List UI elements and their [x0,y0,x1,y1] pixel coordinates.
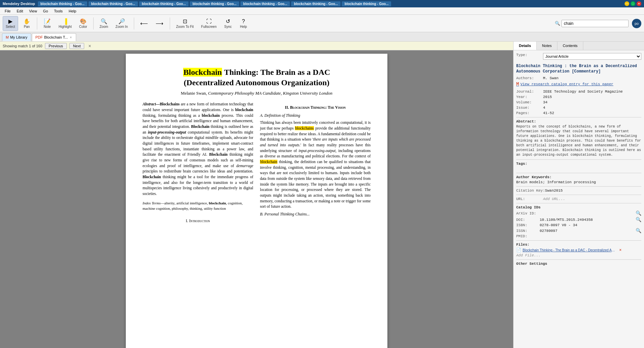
citation-key-label: Citation Key: [516,189,545,193]
zoom-label: Zoom [100,25,108,29]
menu-help[interactable]: Help [66,8,79,14]
zoom-to-fit-label: Zoom To Fit [176,25,194,29]
catalog-icon: M [516,82,519,87]
pan-label: Pan [24,25,30,29]
highlight-label: Highlight [59,25,72,29]
fullscreen-tool[interactable]: ⛶ Fullscreen [199,16,219,31]
type-label: Type: [516,53,543,57]
title-tab-7[interactable]: blockchain thinking - Goo... [342,1,391,6]
blockchain-kw-index: blockchain [209,201,226,205]
volume-label: Volume: [516,100,543,104]
ipo-italic-2: input-processing-output [299,149,335,153]
tab-notes[interactable]: Notes [537,42,557,50]
menu-go[interactable]: Go [40,8,51,14]
help-icon: ? [242,18,245,24]
type-select[interactable]: Journal Article [543,53,641,60]
zoom-in-tool[interactable]: 🔎 Zoom In [113,16,130,31]
file-entry[interactable]: 📄 Blockchain Thinking - The Brain as a D… [516,248,641,253]
paper-title: Blockchain Thinking : the Brain as a Dec… [516,64,641,74]
title-tab-5[interactable]: blockchain thinking - Goo... [240,1,290,6]
right-column: II. Blockchain Thinking: The Vision A. D… [260,101,371,224]
user-avatar[interactable]: po [632,19,641,28]
color-label: Color [79,25,87,29]
doc-tab-close[interactable]: × [69,35,72,40]
app-title: Mendeley Desktop [3,2,35,6]
title-tab-6[interactable]: blockchain thinking - Goo... [291,1,340,6]
title-tab-3[interactable]: blockchain thinking - Goo... [139,1,189,6]
file-close-icon[interactable]: × [619,248,622,253]
issn-row: ISSN: 02780097 🔍 [516,228,641,234]
minimize-button[interactable]: — [625,1,629,6]
zoom-to-fit-tool[interactable]: ⊡ Zoom To Fit [173,16,197,31]
panel-content: Type: Journal Article Blockchain Thinkin… [514,50,644,348]
subsec-b-heading: B. Personal Thinking Chains... [260,211,371,217]
left-column: Abstract—Blockchains are a new form of i… [143,101,253,224]
url-add[interactable]: Add URL... [543,197,565,201]
author-keywords-title: Author Keywords: [516,175,641,179]
title-tab-4[interactable]: blockchain thinking - Goo... [190,1,239,6]
blockchain-highlight-3: blockchain [260,160,277,164]
tags-empty [516,167,641,171]
highlight-tool[interactable]: ▐ Highlight [56,16,74,31]
menu-tools[interactable]: Tools [51,8,65,14]
pdf-scroll-area[interactable]: Blockchain Thinking: The Brain as a DAC … [0,50,513,348]
separator-4 [170,17,170,30]
sync-tool[interactable]: ↺ Sync [221,16,235,31]
toolbar: ▶ Select ✋ Pan 📝 Note ▐ Highlight 🎨 Colo… [0,15,644,32]
blockchain-kw-2: blockchain [235,108,253,112]
file-add[interactable]: Add File... [516,253,641,257]
tab-my-library[interactable]: M My Library [2,33,31,41]
menu-view[interactable]: View [26,8,40,14]
abstract-body-2: thinking, formulating thinking as a [143,113,202,117]
next-match-button[interactable]: Next [69,43,85,49]
author-affiliation: Contemporary Philosophy MA Candidate, Ki… [208,91,332,96]
close-button[interactable]: × [637,1,641,6]
search-container: 🔍 po [555,19,641,28]
prev-match-button[interactable]: Previous [45,43,67,49]
pages-label: Pages: [516,111,543,115]
catalog-link[interactable]: M View research catalog entry for this p… [516,82,641,87]
pdf-author: Melanie Swan, Contemporary Philosophy MA… [143,91,371,96]
journal-label: Journal: [516,90,543,94]
close-match-bar[interactable]: × [88,43,91,49]
color-tool[interactable]: 🎨 Color [76,16,90,31]
menu-bar: File Edit View Go Tools Help [0,7,644,15]
title-rest: Thinking: The Brain as a DAC [224,68,330,77]
menu-edit[interactable]: Edit [14,8,26,14]
zoom-out-tool[interactable]: 🔍 Zoom [97,16,111,31]
index-label: Index Terms [143,201,161,205]
abstract-text: Abstract—Blockchains are a new form of i… [143,101,253,196]
select-tool[interactable]: ▶ Select [3,16,18,31]
search-input[interactable] [561,20,629,27]
issn-value: 02780097 [540,229,557,233]
right-panel: Details Notes Contents Type: Journal Art… [513,42,644,348]
sync-icon: ↺ [226,18,230,24]
file-name: Blockchain Thinking - The Brain as a DAC… [523,248,616,252]
menu-file[interactable]: File [2,8,13,14]
tab-document[interactable]: PDF Blockchain T... × [32,33,76,41]
tab-details[interactable]: Details [514,42,537,50]
doi-magnify-icon[interactable]: 🔍 [636,217,641,222]
subsec-b-label: B. Personal Thinking Chains... [260,212,310,216]
type-row: Type: Journal Article [516,53,641,62]
maximize-button[interactable]: □ [631,1,635,6]
issn-magnify-icon[interactable]: 🔍 [636,228,641,234]
window-controls: — □ × [625,1,641,6]
title-bar: Mendeley Desktop blockchain thinking - G… [0,0,644,7]
pan-tool[interactable]: ✋ Pan [20,16,34,31]
sync-label: Sync [224,25,232,29]
doi-value: 10.1109/MTS.2015.2494358 [540,218,593,222]
tab-contents[interactable]: Contents [557,42,583,50]
next-page-tool[interactable]: ⟶ [153,16,166,31]
library-icon: M [6,35,9,39]
note-tool[interactable]: 📝 Note [41,16,54,31]
select-label: Select [6,25,15,29]
title-tab-1[interactable]: blockchain thinking - Goo... [38,1,87,6]
abstract-body-7: principles to redistribute brain currenc… [143,169,253,173]
help-tool[interactable]: ? Help [237,16,250,31]
arxiv-magnify-icon[interactable]: 🔍 [636,210,641,216]
zoom-in-icon: 🔎 [118,18,125,24]
prev-page-tool[interactable]: ⟵ [138,16,151,31]
issue-value: 4 [543,106,641,110]
title-tab-2[interactable]: blockchain thinking - Goo... [89,1,138,6]
